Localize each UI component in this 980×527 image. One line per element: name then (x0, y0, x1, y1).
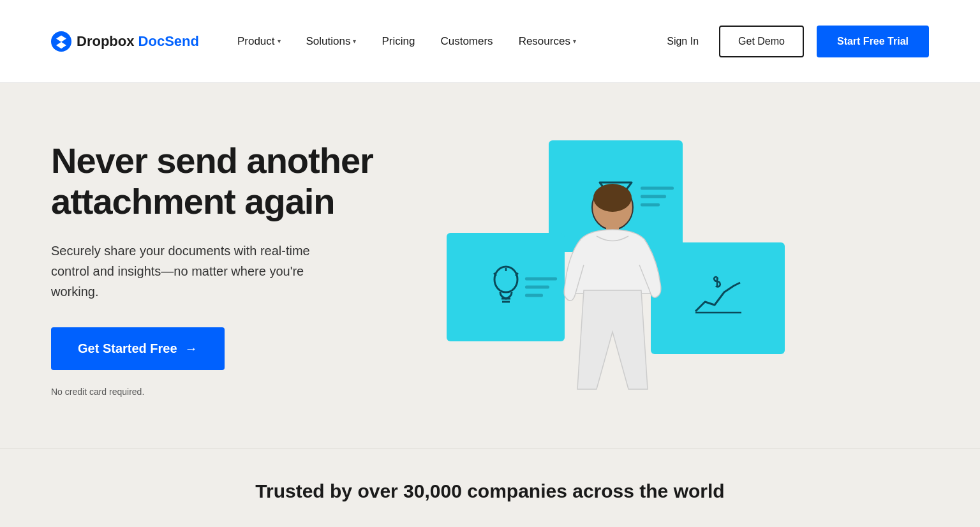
trusted-section: Trusted by over 30,000 companies across … (0, 448, 980, 527)
main-nav: Product ▾ Solutions ▾ Pricing Customers … (225, 0, 659, 83)
hero-section: Never send another attachment again Secu… (0, 83, 980, 448)
nav-item-resources[interactable]: Resources ▾ (506, 0, 589, 83)
solutions-chevron-icon: ▾ (353, 38, 356, 45)
nav-item-product[interactable]: Product ▾ (225, 0, 293, 83)
logo-link[interactable]: Dropbox DocSend (51, 31, 199, 52)
site-header: Dropbox DocSend Product ▾ Solutions ▾ Pr… (0, 0, 980, 83)
hero-content: Never send another attachment again Secu… (51, 128, 383, 448)
svg-point-5 (593, 184, 632, 212)
lightbulb-icon (484, 262, 528, 313)
logo-text: Dropbox DocSend (77, 33, 199, 50)
start-trial-button[interactable]: Start Free Trial (817, 26, 929, 57)
header-actions: Sign In Get Demo Start Free Trial (659, 26, 929, 57)
cta-arrow-icon: → (185, 341, 198, 356)
no-credit-card-text: No credit card required. (51, 387, 383, 397)
get-started-button[interactable]: Get Started Free → (51, 327, 225, 370)
product-chevron-icon: ▾ (278, 38, 281, 45)
dollar-chart-icon (689, 273, 746, 324)
person-illustration (536, 166, 689, 434)
trusted-title: Trusted by over 30,000 companies across … (51, 480, 929, 502)
hero-subtitle: Securely share your documents with real-… (51, 241, 332, 302)
resources-chevron-icon: ▾ (573, 38, 576, 45)
dropbox-icon (51, 31, 71, 52)
sign-in-button[interactable]: Sign In (659, 31, 706, 52)
nav-item-pricing[interactable]: Pricing (369, 0, 427, 83)
nav-item-solutions[interactable]: Solutions ▾ (293, 0, 369, 83)
hero-title: Never send another attachment again (51, 140, 383, 223)
hero-illustration (408, 128, 929, 434)
get-demo-button[interactable]: Get Demo (719, 26, 804, 57)
nav-item-customers[interactable]: Customers (427, 0, 505, 83)
